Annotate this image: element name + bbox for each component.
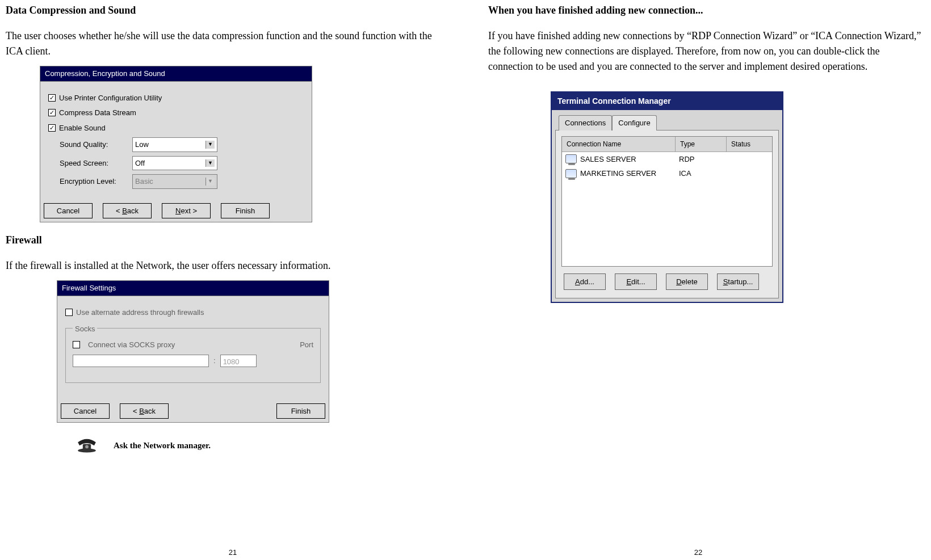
select-encryption-level[interactable]: Basic ▼: [132, 174, 217, 189]
label-enable-sound: Enable Sound: [59, 123, 106, 134]
select-sound-quality-value: Low: [135, 139, 149, 150]
row-name: SALES SERVER: [580, 154, 636, 165]
page-number-left: 21: [229, 547, 237, 558]
label-speed-screen: Speed Screen:: [60, 158, 129, 169]
add-button[interactable]: Add...: [564, 273, 606, 290]
finish-button[interactable]: Finish: [276, 403, 325, 419]
label-printer-utility: Use Printer Configuration Utility: [59, 92, 162, 104]
startup-hotkey: S: [723, 277, 728, 286]
next-hotkey: N: [175, 207, 181, 215]
label-compress-data: Compress Data Stream: [59, 107, 136, 119]
heading-compression: Data Compression and Sound: [6, 3, 443, 18]
socks-host-input[interactable]: [73, 355, 209, 367]
label-socks-proxy: Connect via SOCKS proxy: [88, 339, 175, 351]
checkbox-socks-proxy[interactable]: [73, 341, 80, 348]
telephone-icon: [74, 433, 100, 458]
cancel-button[interactable]: Cancel: [44, 203, 93, 219]
groupbox-socks: Socks Connect via SOCKS proxy Port : 108…: [65, 328, 321, 383]
back-prefix: <: [133, 407, 139, 415]
heading-finished: When you have finished adding new connec…: [488, 3, 925, 18]
add-suffix: dd...: [580, 277, 594, 286]
tab-configure[interactable]: Configure: [612, 115, 656, 130]
select-speed-screen-value: Off: [135, 158, 145, 169]
col-header-name[interactable]: Connection Name: [562, 137, 676, 151]
checkbox-alternate-address[interactable]: [65, 309, 73, 316]
page-22: When you have finished adding new connec…: [465, 0, 931, 560]
edit-hotkey: E: [626, 277, 631, 286]
label-sound-quality: Sound Quality:: [60, 139, 129, 150]
add-hotkey: A: [575, 277, 580, 286]
row-type: ICA: [678, 168, 729, 179]
checkbox-enable-sound[interactable]: [48, 124, 56, 132]
note-text: Ask the Network manager.: [114, 439, 211, 452]
label-alternate-address: Use alternate address through firewalls: [76, 307, 204, 318]
delete-button[interactable]: Delete: [666, 273, 708, 290]
list-header: Connection Name Type Status: [562, 137, 772, 152]
colon-label: :: [213, 355, 216, 367]
dialog-firewall-title: Firewall Settings: [57, 281, 329, 296]
tabpanel-configure: Connection Name Type Status SALES SERVER…: [555, 130, 779, 299]
back-button[interactable]: < Back: [120, 403, 169, 419]
svg-point-2: [85, 445, 89, 449]
page-21: Data Compression and Sound The user choo…: [0, 0, 465, 560]
col-header-type[interactable]: Type: [676, 137, 727, 151]
chevron-down-icon: ▼: [206, 159, 215, 167]
monitor-icon: [565, 169, 577, 178]
edit-button[interactable]: Edit...: [615, 273, 657, 290]
checkbox-printer-utility[interactable]: [48, 94, 56, 102]
list-item[interactable]: SALES SERVER RDP: [562, 152, 772, 167]
back-suffix: ack: [127, 207, 139, 215]
tab-connections[interactable]: Connections: [559, 115, 612, 130]
back-hotkey: B: [139, 407, 144, 415]
col-header-status[interactable]: Status: [727, 137, 772, 151]
para-finished: If you have finished adding new connecti…: [488, 28, 925, 74]
chevron-down-icon: ▼: [206, 178, 215, 186]
back-button[interactable]: < Back: [103, 203, 152, 219]
edit-suffix: dit...: [631, 277, 645, 286]
startup-button[interactable]: Startup...: [717, 273, 759, 290]
row-type: RDP: [678, 154, 729, 165]
row-name: MARKETING SERVER: [580, 168, 656, 179]
next-button[interactable]: Next >: [162, 203, 211, 219]
groupbox-socks-label: Socks: [73, 323, 97, 335]
dialog-compression: Compression, Encryption and Sound Use Pr…: [40, 66, 312, 222]
label-port: Port: [300, 339, 313, 351]
delete-suffix: elete: [682, 277, 698, 286]
next-suffix: ext >: [181, 207, 197, 215]
terminal-connection-manager: Terminal Connection Manager Connections …: [551, 91, 783, 303]
heading-firewall: Firewall: [6, 233, 443, 248]
checkbox-compress-data[interactable]: [48, 109, 56, 116]
list-item[interactable]: MARKETING SERVER ICA: [562, 166, 772, 181]
dialog-firewall: Firewall Settings Use alternate address …: [57, 280, 329, 423]
dialog-compression-title: Compression, Encryption and Sound: [40, 66, 312, 82]
note-ask-network: Ask the Network manager.: [74, 433, 443, 458]
chevron-down-icon: ▼: [206, 141, 215, 149]
page-number-right: 22: [694, 547, 702, 558]
startup-suffix: tartup...: [728, 277, 753, 286]
monitor-icon: [565, 154, 577, 163]
back-prefix: <: [116, 207, 122, 215]
connection-list: Connection Name Type Status SALES SERVER…: [561, 136, 773, 267]
back-hotkey: B: [122, 207, 127, 215]
delete-hotkey: D: [676, 277, 681, 286]
para-firewall: If the firewall is installed at the Netw…: [6, 258, 443, 273]
cancel-button[interactable]: Cancel: [61, 403, 110, 419]
select-speed-screen[interactable]: Off ▼: [132, 156, 217, 171]
finish-button[interactable]: Finish: [221, 203, 270, 219]
tcm-title: Terminal Connection Manager: [552, 92, 782, 110]
back-suffix: ack: [144, 407, 156, 415]
select-encryption-level-value: Basic: [135, 176, 153, 187]
label-encryption-level: Encryption Level:: [60, 176, 129, 187]
select-sound-quality[interactable]: Low ▼: [132, 137, 217, 152]
para-compression: The user chooses whether he/she will use…: [6, 28, 443, 59]
socks-port-input[interactable]: 1080: [220, 355, 257, 367]
